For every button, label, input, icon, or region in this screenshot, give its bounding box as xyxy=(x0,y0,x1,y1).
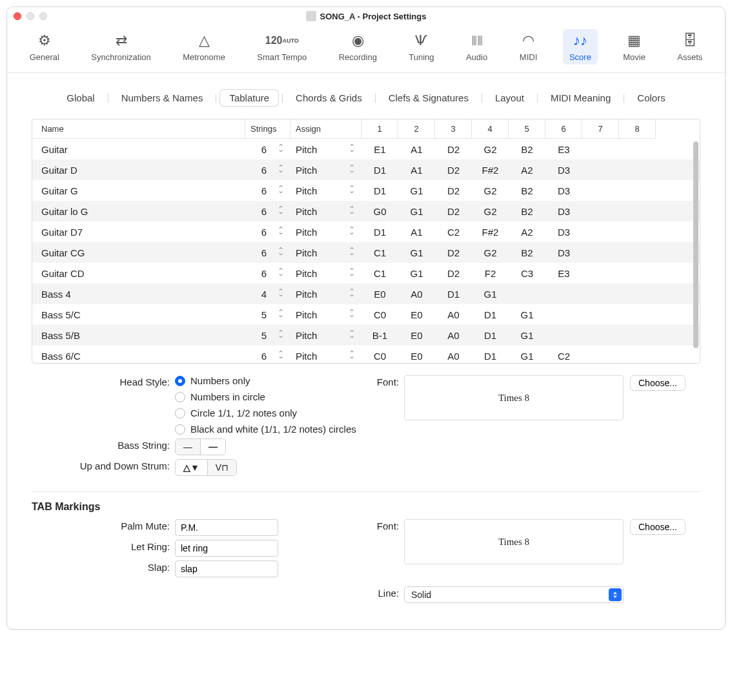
head-style-option[interactable]: Black and white (1/1, 1/2 notes) circles xyxy=(175,424,356,435)
cell-assign[interactable]: Pitch xyxy=(290,330,361,341)
cell-string-2[interactable]: G1 xyxy=(398,247,435,258)
cell-string-5[interactable]: B2 xyxy=(509,185,545,196)
line-select[interactable]: Solid xyxy=(404,586,624,603)
cell-string-6[interactable]: D3 xyxy=(545,247,582,258)
col-name[interactable]: Name xyxy=(32,119,245,139)
cell-string-1[interactable]: C0 xyxy=(361,351,398,362)
table-row[interactable]: Bass 6/C6PitchC0E0A0D1G1C2 xyxy=(32,345,700,364)
cell-string-2[interactable]: E0 xyxy=(398,351,435,362)
stepper-icon[interactable] xyxy=(349,289,356,296)
cell-name[interactable]: Guitar D7 xyxy=(32,227,245,238)
cell-string-6[interactable]: D3 xyxy=(545,227,582,238)
cell-string-2[interactable]: A1 xyxy=(398,227,435,238)
cell-strings[interactable]: 6 xyxy=(245,165,290,176)
cell-string-5[interactable]: G1 xyxy=(509,330,545,341)
subtab-global[interactable]: Global xyxy=(57,90,103,106)
bass-string-thin-icon[interactable]: — xyxy=(176,439,201,455)
cell-assign[interactable]: Pitch xyxy=(290,165,361,176)
cell-string-5[interactable]: G1 xyxy=(509,351,545,362)
toolbar-assets[interactable]: 🗄︎ Assets xyxy=(671,29,709,65)
col-5[interactable]: 5 xyxy=(509,119,545,139)
cell-string-4[interactable]: D1 xyxy=(472,351,509,362)
cell-string-1[interactable]: E1 xyxy=(361,144,398,155)
cell-string-4[interactable]: F2 xyxy=(472,268,509,279)
col-4[interactable]: 4 xyxy=(472,119,509,139)
cell-string-4[interactable]: F#2 xyxy=(472,165,509,176)
toolbar-recording[interactable]: ◉ Recording xyxy=(332,29,383,65)
cell-string-3[interactable]: D2 xyxy=(435,185,472,196)
table-row[interactable]: Bass 5/B5PitchB-1E0A0D1G1 xyxy=(32,325,700,345)
stepper-icon[interactable] xyxy=(278,289,285,296)
cell-string-5[interactable]: A2 xyxy=(509,165,545,176)
cell-string-1[interactable]: C0 xyxy=(361,309,398,320)
toolbar-general[interactable]: ⚙︎ General xyxy=(23,29,66,65)
toolbar-smart-tempo[interactable]: 120AUTO Smart Tempo xyxy=(250,29,313,65)
cell-name[interactable]: Guitar lo G xyxy=(32,206,245,217)
stepper-icon[interactable] xyxy=(278,309,285,317)
cell-string-2[interactable]: E0 xyxy=(398,330,435,341)
toolbar-metronome[interactable]: △ Metronome xyxy=(176,29,232,65)
cell-string-2[interactable]: G1 xyxy=(398,185,435,196)
zoom-window-icon[interactable] xyxy=(39,12,47,20)
cell-string-1[interactable]: D1 xyxy=(361,165,398,176)
cell-name[interactable]: Bass 5/C xyxy=(32,309,245,320)
col-8[interactable]: 8 xyxy=(619,119,656,139)
cell-name[interactable]: Guitar D xyxy=(32,165,245,176)
cell-string-5[interactable]: B2 xyxy=(509,144,545,155)
cell-string-2[interactable]: A1 xyxy=(398,165,435,176)
subtab-layout[interactable]: Layout xyxy=(486,90,533,106)
cell-strings[interactable]: 6 xyxy=(245,351,290,362)
cell-string-4[interactable]: D1 xyxy=(472,330,509,341)
stepper-icon[interactable] xyxy=(278,206,285,214)
cell-string-5[interactable]: A2 xyxy=(509,227,545,238)
cell-name[interactable]: Bass 6/C xyxy=(32,351,245,362)
cell-string-6[interactable]: D3 xyxy=(545,206,582,217)
stepper-icon[interactable] xyxy=(349,247,356,255)
cell-name[interactable]: Guitar G xyxy=(32,185,245,196)
cell-string-1[interactable]: C1 xyxy=(361,268,398,279)
col-6[interactable]: 6 xyxy=(545,119,582,139)
cell-name[interactable]: Guitar CG xyxy=(32,247,245,258)
cell-string-4[interactable]: G2 xyxy=(472,247,509,258)
stepper-icon[interactable] xyxy=(349,351,356,358)
cell-strings[interactable]: 4 xyxy=(245,289,290,300)
col-1[interactable]: 1 xyxy=(361,119,398,139)
cell-string-6[interactable]: C2 xyxy=(545,351,582,362)
stepper-icon[interactable] xyxy=(349,185,356,193)
subtab-tablature[interactable]: Tablature xyxy=(220,90,278,106)
stepper-icon[interactable] xyxy=(278,227,285,234)
cell-string-2[interactable]: A0 xyxy=(398,289,435,300)
bass-string-thick-icon[interactable]: — xyxy=(201,439,225,455)
cell-strings[interactable]: 6 xyxy=(245,185,290,196)
stepper-icon[interactable] xyxy=(349,227,356,234)
cell-strings[interactable]: 6 xyxy=(245,268,290,279)
stepper-icon[interactable] xyxy=(349,206,356,214)
cell-string-5[interactable]: C3 xyxy=(509,268,545,279)
strum-toggle[interactable]: △▼ V⊓ xyxy=(175,459,237,476)
cell-name[interactable]: Guitar xyxy=(32,144,245,155)
cell-string-3[interactable]: D1 xyxy=(435,289,472,300)
cell-strings[interactable]: 6 xyxy=(245,227,290,238)
toolbar-audio[interactable]: ⦀⦀ Audio xyxy=(460,29,494,65)
cell-string-6[interactable]: E3 xyxy=(545,268,582,279)
subtab-numbers-names[interactable]: Numbers & Names xyxy=(112,90,212,106)
cell-string-4[interactable]: F#2 xyxy=(472,227,509,238)
stepper-icon[interactable] xyxy=(349,330,356,338)
let-ring-input[interactable] xyxy=(175,540,278,557)
stepper-icon[interactable] xyxy=(278,268,285,276)
stepper-icon[interactable] xyxy=(278,330,285,338)
cell-assign[interactable]: Pitch xyxy=(290,289,361,300)
cell-strings[interactable]: 5 xyxy=(245,309,290,320)
table-row[interactable]: Guitar D6PitchD1A1D2F#2A2D3 xyxy=(32,160,700,180)
cell-string-2[interactable]: G1 xyxy=(398,206,435,217)
cell-assign[interactable]: Pitch xyxy=(290,268,361,279)
cell-name[interactable]: Guitar CD xyxy=(32,268,245,279)
strum-style-b-icon[interactable]: V⊓ xyxy=(208,460,236,475)
cell-string-4[interactable]: G2 xyxy=(472,206,509,217)
cell-string-2[interactable]: G1 xyxy=(398,268,435,279)
cell-string-1[interactable]: C1 xyxy=(361,247,398,258)
toolbar-midi[interactable]: ◠ MIDI xyxy=(513,29,544,65)
cell-string-3[interactable]: A0 xyxy=(435,351,472,362)
cell-assign[interactable]: Pitch xyxy=(290,351,361,362)
cell-string-3[interactable]: D2 xyxy=(435,247,472,258)
